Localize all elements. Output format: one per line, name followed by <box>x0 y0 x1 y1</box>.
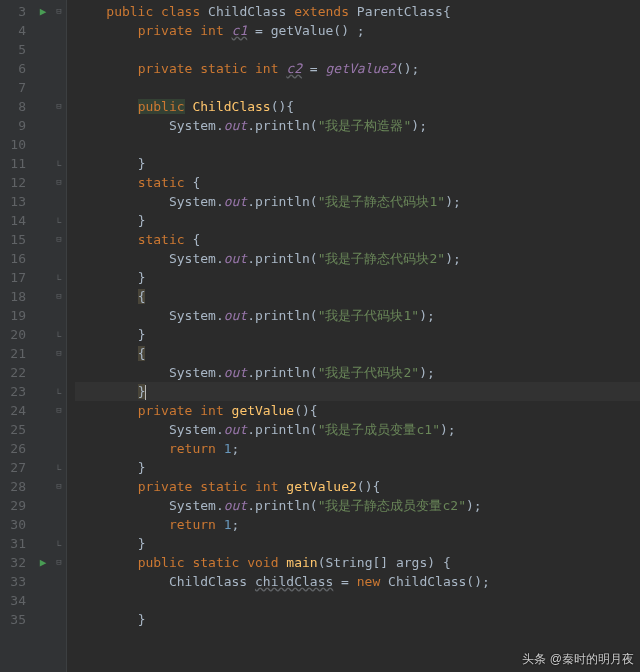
code-line[interactable]: static { <box>75 173 640 192</box>
code-line[interactable]: System.out.println("我是子构造器"); <box>75 116 640 135</box>
code-line[interactable]: } <box>75 154 640 173</box>
code-line[interactable] <box>75 40 640 59</box>
line-number-gutter: 3456789101112131415161718192021222324252… <box>0 0 34 672</box>
code-line[interactable] <box>75 135 640 154</box>
code-line[interactable]: private static int c2 = getValue2(); <box>75 59 640 78</box>
code-line[interactable]: System.out.println("我是子静态代码块2"); <box>75 249 640 268</box>
code-line[interactable]: { <box>75 344 640 363</box>
code-line[interactable]: } <box>75 534 640 553</box>
code-line[interactable]: private static int getValue2(){ <box>75 477 640 496</box>
code-line[interactable]: } <box>75 458 640 477</box>
code-line[interactable] <box>75 78 640 97</box>
code-line[interactable]: private int getValue(){ <box>75 401 640 420</box>
run-marker-column: ▶▶ <box>34 0 52 672</box>
code-line[interactable]: System.out.println("我是子代码块1"); <box>75 306 640 325</box>
code-line[interactable]: ChildClass childClass = new ChildClass()… <box>75 572 640 591</box>
code-line[interactable]: static { <box>75 230 640 249</box>
code-line[interactable]: } <box>75 325 640 344</box>
code-editor[interactable]: 3456789101112131415161718192021222324252… <box>0 0 640 672</box>
code-line[interactable]: { <box>75 287 640 306</box>
caret-icon <box>145 385 146 400</box>
code-line[interactable] <box>75 591 640 610</box>
code-line[interactable]: } <box>75 211 640 230</box>
code-area[interactable]: public class ChildClass extends ParentCl… <box>67 0 640 672</box>
code-line[interactable]: public ChildClass(){ <box>75 97 640 116</box>
watermark-text: 头条 @秦时的明月夜 <box>522 651 634 668</box>
code-line[interactable]: private int c1 = getValue() ; <box>75 21 640 40</box>
code-line[interactable]: public static void main(String[] args) { <box>75 553 640 572</box>
code-line[interactable]: System.out.println("我是子静态代码块1"); <box>75 192 640 211</box>
code-line[interactable]: System.out.println("我是子成员变量c1"); <box>75 420 640 439</box>
code-line[interactable]: } <box>75 610 640 629</box>
code-line[interactable]: System.out.println("我是子代码块2"); <box>75 363 640 382</box>
code-line[interactable]: } <box>75 268 640 287</box>
code-line[interactable]: System.out.println("我是子静态成员变量c2"); <box>75 496 640 515</box>
code-line[interactable]: return 1; <box>75 439 640 458</box>
code-line[interactable]: } <box>75 382 640 401</box>
code-line[interactable]: return 1; <box>75 515 640 534</box>
fold-column: ⊟⊟˪⊟˪⊟˪⊟˪⊟˪⊟˪⊟˪⊟ <box>52 0 67 672</box>
code-line[interactable]: public class ChildClass extends ParentCl… <box>75 2 640 21</box>
